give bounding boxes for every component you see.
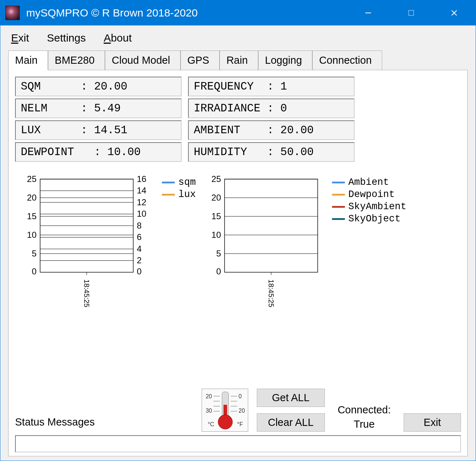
app-icon (5, 6, 20, 20)
svg-text:8: 8 (137, 221, 141, 230)
svg-text:0: 0 (216, 266, 221, 276)
window-title: mySQMPRO © R Brown 2018-2020 (26, 7, 347, 19)
svg-text:10: 10 (137, 209, 146, 219)
maximize-button[interactable] (390, 0, 433, 25)
chart2-legend: Ambient Dewpoint SkyAmbient SkyObject (328, 176, 407, 308)
readout-humidity: HUMIDITY : 50.00 (188, 142, 355, 162)
svg-text:20: 20 (27, 193, 37, 202)
svg-text:12: 12 (137, 197, 146, 207)
svg-point-48 (218, 415, 232, 429)
tab-rain[interactable]: Rain (220, 51, 258, 70)
svg-text:14: 14 (137, 186, 146, 195)
svg-text:10: 10 (211, 230, 221, 240)
get-all-button[interactable]: Get ALL (257, 389, 325, 407)
minimize-button[interactable] (347, 0, 390, 25)
connection-label: Connected: (338, 403, 391, 417)
tab-connection[interactable]: Connection (312, 51, 382, 70)
legend-skyobject: SkyObject (348, 213, 401, 224)
svg-text:20: 20 (239, 408, 245, 414)
legend-dewpoint: Dewpoint (348, 189, 395, 200)
legend-skyambient: SkyAmbient (348, 201, 407, 212)
svg-text:°C: °C (208, 421, 214, 427)
svg-text:25: 25 (211, 176, 221, 184)
tab-strip: Main BME280 Cloud Model GPS Rain Logging… (8, 51, 468, 70)
svg-text:5: 5 (32, 249, 37, 258)
legend-lux: lux (178, 189, 196, 200)
chart2-xlabel: 18:45:25 (267, 279, 275, 307)
tab-logging[interactable]: Logging (258, 51, 312, 70)
exit-button[interactable]: Exit (404, 413, 461, 432)
chart1-xlabel: 18:45:25 (83, 279, 91, 307)
svg-text:4: 4 (137, 244, 141, 254)
readout-ambient: AMBIENT : 20.00 (188, 120, 355, 140)
chart-temperature: 25 20 15 10 5 0 18:45:25 Ambient Dewpoin… (199, 176, 407, 308)
tab-gps[interactable]: GPS (181, 51, 220, 70)
readout-sqm: SQM : 20.00 (15, 77, 182, 96)
tab-bme280[interactable]: BME280 (48, 51, 105, 70)
readout-frequency: FREQUENCY : 1 (188, 77, 355, 96)
chart1-svg: 25 20 15 10 5 0 16 14 12 10 8 6 (15, 176, 158, 308)
clear-all-button[interactable]: Clear ALL (257, 413, 325, 432)
menubar: Exit Settings About (0, 25, 476, 51)
menu-exit[interactable]: Exit (11, 32, 29, 44)
svg-text:25: 25 (27, 176, 37, 184)
readout-lux: LUX : 14.51 (15, 120, 182, 140)
readout-dewpoint: DEWPOINT : 10.00 (15, 142, 182, 162)
menu-about[interactable]: About (104, 32, 131, 44)
legend-sqm: sqm (178, 177, 196, 188)
readout-irradiance: IRRADIANCE : 0 (188, 99, 355, 118)
svg-text:6: 6 (137, 232, 141, 242)
svg-text:15: 15 (211, 211, 221, 221)
svg-text:°F: °F (237, 421, 243, 427)
menu-settings[interactable]: Settings (47, 32, 86, 44)
svg-text:0: 0 (32, 266, 37, 276)
status-messages-label: Status Messages (15, 416, 193, 432)
svg-text:20: 20 (211, 193, 221, 202)
close-button[interactable] (433, 0, 476, 25)
svg-text:15: 15 (27, 211, 37, 221)
svg-text:5: 5 (216, 249, 221, 258)
tab-panel-main: SQM : 20.00 NELM : 5.49 LUX : 14.51 DEWP… (8, 70, 468, 456)
svg-text:10: 10 (27, 230, 37, 240)
tab-cloud-model[interactable]: Cloud Model (105, 51, 181, 70)
svg-text:0: 0 (239, 393, 242, 399)
svg-text:20: 20 (206, 393, 212, 399)
connection-status: Connected: True (333, 403, 395, 432)
readout-nelm: NELM : 5.49 (15, 99, 182, 118)
chart1-legend: sqm lux (158, 176, 196, 308)
thermometer-icon: 20 0 30 20 °C °F (202, 389, 248, 432)
chart2-svg: 25 20 15 10 5 0 18:45:25 (199, 176, 328, 308)
svg-rect-1 (409, 10, 414, 15)
tab-main[interactable]: Main (8, 51, 48, 70)
titlebar: mySQMPRO © R Brown 2018-2020 (0, 0, 476, 25)
connection-value: True (338, 417, 391, 432)
svg-rect-33 (225, 179, 318, 272)
status-messages-box[interactable] (15, 435, 461, 452)
legend-ambient: Ambient (348, 177, 389, 188)
svg-text:16: 16 (137, 176, 146, 184)
svg-text:0: 0 (137, 266, 141, 276)
chart-sqm-lux: 25 20 15 10 5 0 16 14 12 10 8 6 (15, 176, 196, 308)
svg-text:2: 2 (137, 255, 141, 265)
svg-text:30: 30 (206, 408, 212, 414)
